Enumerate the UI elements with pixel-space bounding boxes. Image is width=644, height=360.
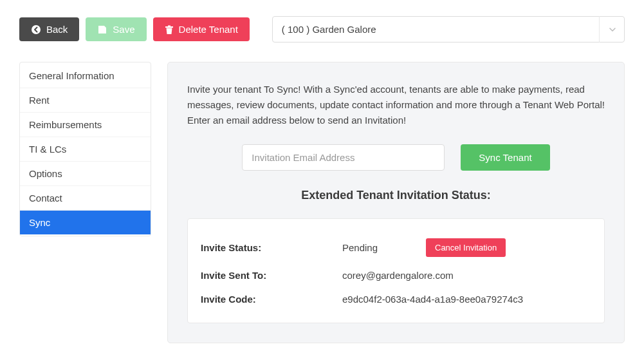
invite-sent-to-value: corey@gardengalore.com — [342, 270, 454, 281]
invite-sent-to-label: Invite Sent To: — [201, 270, 342, 281]
sidebar-item-label: Options — [29, 168, 62, 179]
invite-status-value: Pending — [342, 242, 407, 253]
sidebar-item-label: Rent — [29, 95, 50, 106]
sidebar-item-contact[interactable]: Contact — [20, 186, 151, 211]
invitation-status-card: Invite Status: Pending Cancel Invitation… — [187, 218, 605, 323]
delete-tenant-button[interactable]: Delete Tenant — [153, 17, 250, 41]
invite-code-label: Invite Code: — [201, 294, 342, 305]
cancel-invitation-button[interactable]: Cancel Invitation — [426, 238, 506, 257]
save-button-label: Save — [113, 24, 134, 35]
invite-status-row: Invite Status: Pending Cancel Invitation — [201, 225, 591, 257]
save-button[interactable]: Save — [86, 17, 146, 41]
main-panel: Invite your tenant To Sync! With a Sync'… — [167, 62, 625, 343]
sidebar-item-label: Contact — [29, 193, 62, 204]
sidebar-item-options[interactable]: Options — [20, 162, 151, 186]
sidebar-item-label: General Information — [29, 70, 115, 81]
invite-row: Sync Tenant — [187, 144, 605, 171]
invite-code-value: e9dc04f2-063a-4ad4-a1a9-8ee0a79274c3 — [342, 294, 523, 305]
sidebar-item-general-information[interactable]: General Information — [20, 64, 151, 88]
svg-point-0 — [32, 25, 41, 34]
invite-code-row: Invite Code: e9dc04f2-063a-4ad4-a1a9-8ee… — [201, 281, 591, 305]
save-icon — [97, 24, 107, 35]
sidebar-item-ti-lcs[interactable]: TI & LCs — [20, 137, 151, 162]
sidebar-item-label: Reimbursements — [29, 119, 102, 130]
sidebar-item-rent[interactable]: Rent — [20, 88, 151, 113]
sync-tenant-button[interactable]: Sync Tenant — [461, 144, 549, 171]
chevron-down-icon — [599, 16, 625, 43]
invite-sent-to-row: Invite Sent To: corey@gardengalore.com — [201, 257, 591, 281]
back-button[interactable]: Back — [19, 17, 79, 41]
arrow-left-icon — [31, 24, 41, 35]
sidebar-item-label: TI & LCs — [29, 144, 66, 155]
cancel-button-label: Cancel Invitation — [435, 243, 497, 252]
tenant-select[interactable]: ( 100 ) Garden Galore — [272, 16, 625, 43]
delete-button-label: Delete Tenant — [179, 24, 238, 35]
status-heading: Extended Tenant Invitation Status: — [187, 189, 605, 202]
intro-text: Invite your tenant To Sync! With a Sync'… — [187, 82, 605, 128]
back-button-label: Back — [46, 24, 68, 35]
sidebar-item-label: Sync — [29, 217, 50, 228]
invite-status-label: Invite Status: — [201, 242, 342, 253]
trash-icon — [165, 24, 174, 35]
sidebar-item-sync[interactable]: Sync — [20, 211, 151, 234]
tenant-select-value: ( 100 ) Garden Galore — [272, 16, 625, 43]
sidebar-item-reimbursements[interactable]: Reimbursements — [20, 113, 151, 137]
sync-button-label: Sync Tenant — [479, 152, 531, 163]
sidebar-nav: General Information Rent Reimbursements … — [19, 62, 151, 236]
invitation-email-input[interactable] — [242, 144, 445, 171]
